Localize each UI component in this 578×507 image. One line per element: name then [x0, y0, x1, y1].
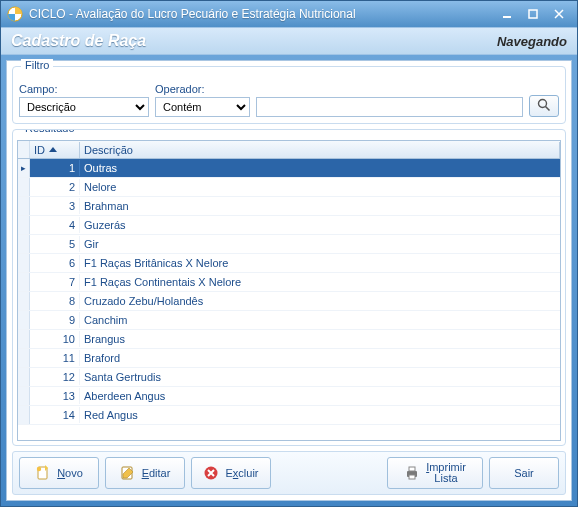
- filter-group: Filtro Campo: Descrição Operador: Contém…: [12, 66, 566, 124]
- data-grid[interactable]: ID Descrição ▸1Outras2Nelore3Brahman4Guz…: [17, 140, 561, 441]
- table-row[interactable]: 4Guzerás: [18, 216, 560, 235]
- cell-desc: Canchim: [80, 312, 560, 328]
- excluir-button[interactable]: Excluir: [191, 457, 271, 489]
- cell-id: 4: [30, 217, 80, 233]
- search-button[interactable]: [529, 95, 559, 117]
- action-toolbar: Novo Editar Excluir: [12, 451, 566, 495]
- grid-header[interactable]: ID Descrição: [18, 141, 560, 159]
- svg-point-3: [539, 100, 547, 108]
- app-icon: [7, 6, 23, 22]
- operador-select[interactable]: Contém: [155, 97, 250, 117]
- table-row[interactable]: 6F1 Raças Britânicas X Nelore: [18, 254, 560, 273]
- result-group: Resultado ID Descrição ▸1Outras2Nelore3B…: [12, 129, 566, 446]
- row-indicator: [18, 197, 30, 215]
- cell-desc: Braford: [80, 350, 560, 366]
- cell-desc: Aberdeen Angus: [80, 388, 560, 404]
- row-indicator-header: [18, 141, 30, 158]
- operador-label: Operador:: [155, 83, 250, 95]
- page-title: Cadastro de Raça: [11, 32, 146, 50]
- cell-id: 7: [30, 274, 80, 290]
- table-row[interactable]: 10Brangus: [18, 330, 560, 349]
- filter-group-label: Filtro: [21, 59, 53, 71]
- row-indicator: [18, 235, 30, 253]
- mode-status: Navegando: [497, 34, 567, 49]
- table-row[interactable]: 12Santa Gertrudis: [18, 368, 560, 387]
- row-indicator: [18, 311, 30, 329]
- imprimir-label: ImprimirLista: [426, 462, 466, 484]
- campo-label: Campo:: [19, 83, 149, 95]
- cell-id: 10: [30, 331, 80, 347]
- cell-id: 3: [30, 198, 80, 214]
- new-icon: [35, 465, 51, 481]
- row-indicator: [18, 273, 30, 291]
- minimize-button[interactable]: [495, 5, 519, 23]
- table-row[interactable]: 11Braford: [18, 349, 560, 368]
- table-row[interactable]: 5Gir: [18, 235, 560, 254]
- sair-button[interactable]: Sair: [489, 457, 559, 489]
- titlebar[interactable]: CICLO - Avaliação do Lucro Pecuário e Es…: [1, 1, 577, 27]
- cell-id: 9: [30, 312, 80, 328]
- cell-desc: Red Angus: [80, 407, 560, 423]
- row-indicator: [18, 216, 30, 234]
- cell-desc: Brahman: [80, 198, 560, 214]
- cell-id: 11: [30, 350, 80, 366]
- sort-asc-icon: [49, 147, 57, 152]
- table-row[interactable]: 8Cruzado Zebu/Holandês: [18, 292, 560, 311]
- cell-id: 13: [30, 388, 80, 404]
- cell-id: 8: [30, 293, 80, 309]
- editar-button[interactable]: Editar: [105, 457, 185, 489]
- cell-desc: Nelore: [80, 179, 560, 195]
- svg-point-6: [37, 467, 41, 471]
- cell-id: 12: [30, 369, 80, 385]
- row-indicator: [18, 254, 30, 272]
- cell-id: 14: [30, 407, 80, 423]
- imprimir-button[interactable]: ImprimirLista: [387, 457, 483, 489]
- cell-desc: Brangus: [80, 331, 560, 347]
- page-header: Cadastro de Raça Navegando: [1, 27, 577, 55]
- cell-id: 5: [30, 236, 80, 252]
- table-row[interactable]: 13Aberdeen Angus: [18, 387, 560, 406]
- cell-desc: Outras: [80, 160, 560, 176]
- cell-desc: Guzerás: [80, 217, 560, 233]
- cell-desc: Cruzado Zebu/Holandês: [80, 293, 560, 309]
- column-header-id[interactable]: ID: [30, 142, 80, 158]
- maximize-button[interactable]: [521, 5, 545, 23]
- row-indicator: [18, 292, 30, 310]
- row-indicator: [18, 178, 30, 196]
- table-row[interactable]: 9Canchim: [18, 311, 560, 330]
- cell-desc: F1 Raças Continentais X Nelore: [80, 274, 560, 290]
- window-title: CICLO - Avaliação do Lucro Pecuário e Es…: [29, 7, 493, 21]
- svg-line-4: [546, 107, 550, 111]
- cell-id: 2: [30, 179, 80, 195]
- row-indicator: [18, 368, 30, 386]
- delete-icon: [203, 465, 219, 481]
- magnifier-icon: [537, 98, 551, 114]
- cell-id: 1: [30, 160, 80, 176]
- row-indicator: [18, 406, 30, 424]
- table-row[interactable]: ▸1Outras: [18, 159, 560, 178]
- column-header-desc[interactable]: Descrição: [80, 142, 560, 158]
- result-group-label: Resultado: [21, 129, 79, 134]
- window-frame: CICLO - Avaliação do Lucro Pecuário e Es…: [0, 0, 578, 507]
- printer-icon: [404, 465, 420, 481]
- table-row[interactable]: 3Brahman: [18, 197, 560, 216]
- table-row[interactable]: 7F1 Raças Continentais X Nelore: [18, 273, 560, 292]
- svg-rect-10: [409, 467, 415, 471]
- close-button[interactable]: [547, 5, 571, 23]
- novo-button[interactable]: Novo: [19, 457, 99, 489]
- campo-select[interactable]: Descrição: [19, 97, 149, 117]
- grid-body[interactable]: ▸1Outras2Nelore3Brahman4Guzerás5Gir6F1 R…: [18, 159, 560, 440]
- content-area: Filtro Campo: Descrição Operador: Contém…: [6, 60, 572, 501]
- table-row[interactable]: 2Nelore: [18, 178, 560, 197]
- svg-rect-11: [409, 475, 415, 479]
- row-indicator: ▸: [18, 159, 30, 177]
- table-row[interactable]: 14Red Angus: [18, 406, 560, 425]
- row-indicator: [18, 387, 30, 405]
- search-input[interactable]: [256, 97, 523, 117]
- cell-desc: Gir: [80, 236, 560, 252]
- svg-rect-1: [503, 16, 511, 18]
- edit-icon: [120, 465, 136, 481]
- cell-desc: Santa Gertrudis: [80, 369, 560, 385]
- row-indicator: [18, 330, 30, 348]
- svg-rect-2: [529, 10, 537, 18]
